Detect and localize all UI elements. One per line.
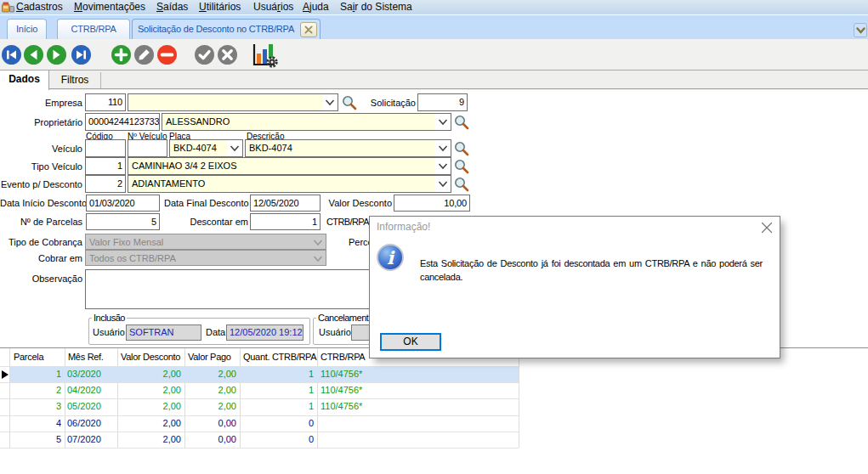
cell-valor-pago: 0,00 xyxy=(185,415,236,432)
cancel-x-icon[interactable] xyxy=(218,45,237,65)
edit-pencil-icon[interactable] xyxy=(134,45,154,65)
descontar-em-label: Descontar em xyxy=(164,217,248,227)
inclusao-usuario-field: SOFTRAN xyxy=(126,324,201,341)
table-row[interactable]: 1 03/2020 2,00 2,00 1 110/4756* xyxy=(10,366,519,382)
cell-valor-desconto: 2,00 xyxy=(118,366,181,382)
veiculo-num-field[interactable] xyxy=(128,139,167,157)
tipo-cobranca-label: Tipo de Cobrança xyxy=(0,237,82,247)
tab-dados[interactable]: Dados xyxy=(0,71,49,90)
col-header-parcela[interactable]: Parcela xyxy=(14,348,63,366)
veiculo-label: Veículo xyxy=(0,144,82,154)
menu-item-usuarios[interactable]: Usuários xyxy=(253,2,293,14)
col-header-quant-ctrb[interactable]: Quant. CTRB/RPA xyxy=(243,348,319,366)
tab-inicio[interactable]: Início xyxy=(7,19,47,39)
cell-valor-pago: 2,00 xyxy=(185,382,236,398)
cell-mes-ref: 03/2020 xyxy=(67,366,116,382)
cell-parcela: 3 xyxy=(10,398,61,415)
nav-last-icon[interactable] xyxy=(71,45,91,65)
veiculo-descricao-combo[interactable]: BKD-4074 xyxy=(245,139,451,157)
inclusao-data-label: Data xyxy=(206,327,225,337)
table-row[interactable]: 5 07/2020 2,00 0,00 0 xyxy=(10,432,519,448)
search-icon[interactable] xyxy=(454,115,469,130)
menu-item-movimentacoes[interactable]: Movimentações xyxy=(74,2,145,14)
cell-valor-desconto: 2,00 xyxy=(118,382,181,398)
cell-valor-pago: 2,00 xyxy=(185,366,236,382)
inclusao-data-field: 12/05/2020 19:12 xyxy=(226,324,304,341)
cell-quant-ctrb: 1 xyxy=(241,398,314,415)
menu-bar: Cadastros Movimentações Saídas Utilitári… xyxy=(0,0,868,14)
menu-item-ajuda[interactable]: Ajuda xyxy=(303,2,329,14)
cell-valor-pago: 2,00 xyxy=(185,398,236,415)
confirm-check-icon[interactable] xyxy=(195,45,214,65)
tipo-veiculo-code-field[interactable]: 1 xyxy=(85,157,126,175)
veiculo-placa-combo[interactable]: BKD-4074 xyxy=(169,139,243,157)
dialog-title: Informação! xyxy=(377,221,430,233)
cell-valor-pago: 0,00 xyxy=(185,432,236,448)
chevron-down-icon xyxy=(310,251,326,265)
ok-button[interactable]: OK xyxy=(380,333,441,351)
evento-code-field[interactable]: 2 xyxy=(85,175,126,193)
data-inicio-label: Data Início Desconto xyxy=(0,198,84,208)
menu-item-sair-do-sistema[interactable]: Sair do Sistema xyxy=(340,2,412,14)
cell-parcela: 1 xyxy=(10,366,61,382)
chevron-down-icon[interactable] xyxy=(435,114,451,130)
chart-gear-icon[interactable] xyxy=(251,43,278,68)
evento-combo[interactable]: ADIANTAMENTO xyxy=(128,175,451,193)
search-icon[interactable] xyxy=(454,159,469,174)
menu-item-cadastros[interactable]: Cadastros xyxy=(16,2,63,14)
table-row[interactable]: 4 06/2020 2,00 0,00 0 xyxy=(10,415,519,432)
nav-next-icon[interactable] xyxy=(47,45,66,65)
tipo-veiculo-label: Tipo Veículo xyxy=(0,161,82,172)
num-parcelas-field[interactable]: 5 xyxy=(86,213,160,230)
cell-mes-ref: 05/2020 xyxy=(67,398,116,415)
cell-parcela: 2 xyxy=(10,382,61,398)
tab-solicitacao-desconto[interactable]: Solicitação de Desconto no CTRB/RPA xyxy=(132,19,321,39)
data-final-label: Data Final Desconto xyxy=(164,198,248,208)
cell-ctrb-rpa: 110/4756* xyxy=(321,398,423,415)
menu-item-utilitarios[interactable]: Utilitários xyxy=(199,2,241,14)
chevron-down-icon[interactable] xyxy=(227,140,242,156)
table-row[interactable]: 2 04/2020 2,00 2,00 1 110/4756* xyxy=(10,382,519,398)
solicitacao-field[interactable]: 9 xyxy=(417,93,468,111)
add-icon[interactable] xyxy=(111,45,131,65)
valor-desconto-field[interactable]: 10,00 xyxy=(394,195,470,212)
cell-mes-ref: 07/2020 xyxy=(67,432,116,448)
table-row[interactable]: 3 05/2020 2,00 2,00 1 110/4756* xyxy=(10,398,519,415)
empresa-combo[interactable] xyxy=(128,93,338,111)
tab-filtros[interactable]: Filtros xyxy=(49,72,101,88)
tab-close-x-icon[interactable] xyxy=(300,22,317,37)
chevron-down-icon[interactable] xyxy=(435,140,451,156)
tab-ctrb-rpa[interactable]: CTRB/RPA xyxy=(57,19,130,39)
nav-first-icon[interactable] xyxy=(2,45,21,65)
descontar-em-field[interactable]: 1 xyxy=(250,213,321,230)
num-parcelas-label: Nº de Parcelas xyxy=(0,217,82,227)
col-header-valor-desconto[interactable]: Valor Desconto xyxy=(121,348,184,366)
page-tab-strip xyxy=(0,71,868,90)
veiculo-codigo-field[interactable] xyxy=(85,139,126,157)
menu-item-saidas[interactable]: Saídas xyxy=(156,2,188,14)
search-icon[interactable] xyxy=(454,177,469,192)
col-header-mes-ref[interactable]: Mês Ref. xyxy=(68,348,116,366)
grid-vline xyxy=(519,348,519,448)
app-icon xyxy=(2,1,14,14)
cell-quant-ctrb: 0 xyxy=(241,415,314,432)
application-window: Cadastros Movimentações Saídas Utilitári… xyxy=(0,0,868,474)
proprietario-combo[interactable]: ALESSANDRO xyxy=(162,113,451,131)
empresa-code-field[interactable]: 110 xyxy=(85,93,126,111)
dialog-message-line2: cancelada. xyxy=(420,272,462,282)
ctrb-rpa-label: CTRB/RPA xyxy=(326,217,369,227)
chevron-down-icon[interactable] xyxy=(854,23,867,37)
cancelamento-group-title: Cancelament xyxy=(316,313,370,323)
info-icon: i xyxy=(377,244,404,271)
observacao-label: Observação xyxy=(0,274,82,284)
search-icon[interactable] xyxy=(454,141,469,156)
delete-icon[interactable] xyxy=(157,45,177,65)
col-header-valor-pago[interactable]: Valor Pago xyxy=(188,348,239,366)
tipo-veiculo-combo[interactable]: CAMINHAO 3/4 2 EIXOS xyxy=(128,157,451,175)
data-inicio-field[interactable]: 01/03/2020 xyxy=(86,195,160,212)
close-x-icon[interactable] xyxy=(759,220,774,235)
chevron-down-icon[interactable] xyxy=(435,158,451,174)
proprietario-code-field[interactable]: 00004244123733 xyxy=(85,113,160,131)
nav-prev-icon[interactable] xyxy=(24,45,43,65)
chevron-down-icon[interactable] xyxy=(435,176,451,192)
